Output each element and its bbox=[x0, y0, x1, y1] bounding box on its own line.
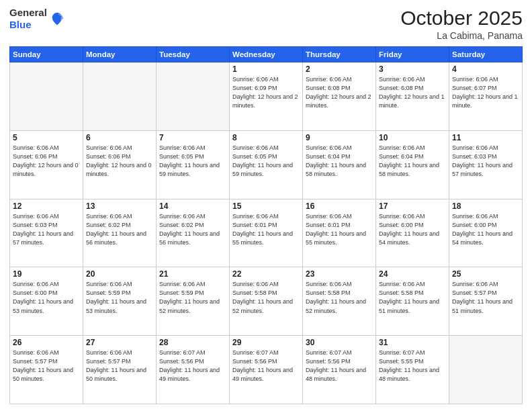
day-info: Sunrise: 6:06 AM Sunset: 6:00 PM Dayligh… bbox=[13, 280, 80, 315]
title-block: October 2025 La Cabima, Panama bbox=[400, 7, 523, 41]
day-number: 8 bbox=[232, 133, 300, 142]
logo-blue: Blue bbox=[9, 19, 32, 30]
day-cell: 1Sunrise: 6:06 AM Sunset: 6:09 PM Daylig… bbox=[230, 62, 303, 131]
logo: General Blue bbox=[9, 7, 64, 31]
day-cell: 22Sunrise: 6:06 AM Sunset: 5:58 PM Dayli… bbox=[230, 267, 303, 336]
day-cell: 28Sunrise: 6:07 AM Sunset: 5:56 PM Dayli… bbox=[157, 336, 230, 404]
weekday-header-row: SundayMondayTuesdayWednesdayThursdayFrid… bbox=[10, 47, 523, 62]
day-cell: 30Sunrise: 6:07 AM Sunset: 5:56 PM Dayli… bbox=[303, 336, 376, 404]
day-info: Sunrise: 6:06 AM Sunset: 6:04 PM Dayligh… bbox=[306, 144, 373, 179]
day-cell bbox=[157, 62, 230, 131]
day-number: 23 bbox=[306, 269, 373, 279]
week-row-0: 1Sunrise: 6:06 AM Sunset: 6:09 PM Daylig… bbox=[10, 62, 523, 131]
day-info: Sunrise: 6:06 AM Sunset: 6:08 PM Dayligh… bbox=[306, 75, 373, 110]
day-number: 14 bbox=[159, 201, 226, 211]
weekday-saturday: Saturday bbox=[449, 47, 523, 62]
day-number: 20 bbox=[86, 269, 153, 279]
day-number: 29 bbox=[232, 338, 300, 347]
day-cell: 9Sunrise: 6:06 AM Sunset: 6:04 PM Daylig… bbox=[303, 130, 376, 199]
day-cell bbox=[83, 62, 157, 131]
week-row-3: 19Sunrise: 6:06 AM Sunset: 6:00 PM Dayli… bbox=[10, 267, 523, 336]
day-info: Sunrise: 6:07 AM Sunset: 5:56 PM Dayligh… bbox=[232, 349, 300, 383]
day-number: 10 bbox=[379, 133, 446, 142]
weekday-wednesday: Wednesday bbox=[230, 47, 303, 62]
day-info: Sunrise: 6:07 AM Sunset: 5:56 PM Dayligh… bbox=[159, 349, 226, 383]
day-info: Sunrise: 6:06 AM Sunset: 6:07 PM Dayligh… bbox=[452, 75, 519, 110]
day-cell: 20Sunrise: 6:06 AM Sunset: 5:59 PM Dayli… bbox=[83, 267, 157, 336]
day-number: 13 bbox=[86, 201, 153, 211]
day-number: 22 bbox=[232, 269, 300, 279]
day-info: Sunrise: 6:06 AM Sunset: 6:08 PM Dayligh… bbox=[379, 75, 446, 110]
day-cell: 2Sunrise: 6:06 AM Sunset: 6:08 PM Daylig… bbox=[303, 62, 376, 131]
day-info: Sunrise: 6:06 AM Sunset: 5:58 PM Dayligh… bbox=[232, 280, 300, 315]
day-info: Sunrise: 6:06 AM Sunset: 5:59 PM Dayligh… bbox=[159, 280, 226, 315]
day-number: 9 bbox=[306, 133, 373, 142]
day-cell: 29Sunrise: 6:07 AM Sunset: 5:56 PM Dayli… bbox=[230, 336, 303, 404]
day-cell: 19Sunrise: 6:06 AM Sunset: 6:00 PM Dayli… bbox=[10, 267, 83, 336]
day-number: 21 bbox=[159, 269, 226, 279]
day-cell: 26Sunrise: 6:06 AM Sunset: 5:57 PM Dayli… bbox=[10, 336, 83, 404]
day-info: Sunrise: 6:06 AM Sunset: 5:59 PM Dayligh… bbox=[86, 280, 153, 315]
day-number: 30 bbox=[306, 338, 373, 347]
day-number: 12 bbox=[13, 201, 80, 211]
logo-text: General Blue bbox=[9, 7, 47, 31]
day-cell: 3Sunrise: 6:06 AM Sunset: 6:08 PM Daylig… bbox=[376, 62, 449, 131]
day-cell: 5Sunrise: 6:06 AM Sunset: 6:06 PM Daylig… bbox=[10, 130, 83, 199]
day-number: 16 bbox=[306, 201, 373, 211]
day-info: Sunrise: 6:06 AM Sunset: 6:00 PM Dayligh… bbox=[379, 212, 446, 247]
day-cell: 16Sunrise: 6:06 AM Sunset: 6:01 PM Dayli… bbox=[303, 199, 376, 267]
day-cell: 7Sunrise: 6:06 AM Sunset: 6:05 PM Daylig… bbox=[157, 130, 230, 199]
day-number: 18 bbox=[452, 201, 519, 211]
month-title: October 2025 bbox=[400, 7, 523, 29]
weekday-thursday: Thursday bbox=[303, 47, 376, 62]
day-info: Sunrise: 6:06 AM Sunset: 6:02 PM Dayligh… bbox=[86, 212, 153, 247]
day-info: Sunrise: 6:06 AM Sunset: 6:04 PM Dayligh… bbox=[379, 144, 446, 179]
day-number: 28 bbox=[159, 338, 226, 347]
weekday-monday: Monday bbox=[83, 47, 157, 62]
location: La Cabima, Panama bbox=[400, 30, 523, 41]
day-number: 3 bbox=[379, 64, 446, 74]
day-cell: 24Sunrise: 6:06 AM Sunset: 5:58 PM Dayli… bbox=[376, 267, 449, 336]
day-number: 5 bbox=[13, 133, 80, 142]
logo-icon bbox=[50, 11, 64, 26]
day-cell: 8Sunrise: 6:06 AM Sunset: 6:05 PM Daylig… bbox=[230, 130, 303, 199]
day-cell: 18Sunrise: 6:06 AM Sunset: 6:00 PM Dayli… bbox=[449, 199, 523, 267]
day-info: Sunrise: 6:06 AM Sunset: 6:05 PM Dayligh… bbox=[159, 144, 226, 179]
day-info: Sunrise: 6:06 AM Sunset: 5:57 PM Dayligh… bbox=[452, 280, 519, 315]
day-info: Sunrise: 6:06 AM Sunset: 5:57 PM Dayligh… bbox=[86, 349, 153, 383]
day-number: 19 bbox=[13, 269, 80, 279]
header: General Blue October 2025 La Cabima, Pan… bbox=[9, 7, 523, 41]
day-info: Sunrise: 6:06 AM Sunset: 5:58 PM Dayligh… bbox=[306, 280, 373, 315]
day-cell bbox=[10, 62, 83, 131]
week-row-1: 5Sunrise: 6:06 AM Sunset: 6:06 PM Daylig… bbox=[10, 130, 523, 199]
week-row-4: 26Sunrise: 6:06 AM Sunset: 5:57 PM Dayli… bbox=[10, 336, 523, 404]
day-cell: 10Sunrise: 6:06 AM Sunset: 6:04 PM Dayli… bbox=[376, 130, 449, 199]
day-number: 7 bbox=[159, 133, 226, 142]
day-number: 25 bbox=[452, 269, 519, 279]
day-cell bbox=[449, 336, 523, 404]
day-cell: 25Sunrise: 6:06 AM Sunset: 5:57 PM Dayli… bbox=[449, 267, 523, 336]
day-info: Sunrise: 6:06 AM Sunset: 6:03 PM Dayligh… bbox=[13, 212, 80, 247]
weekday-friday: Friday bbox=[376, 47, 449, 62]
day-cell: 17Sunrise: 6:06 AM Sunset: 6:00 PM Dayli… bbox=[376, 199, 449, 267]
day-number: 11 bbox=[452, 133, 519, 142]
day-info: Sunrise: 6:06 AM Sunset: 6:01 PM Dayligh… bbox=[232, 212, 300, 247]
weekday-tuesday: Tuesday bbox=[157, 47, 230, 62]
week-row-2: 12Sunrise: 6:06 AM Sunset: 6:03 PM Dayli… bbox=[10, 199, 523, 267]
day-info: Sunrise: 6:06 AM Sunset: 5:57 PM Dayligh… bbox=[13, 349, 80, 383]
day-cell: 12Sunrise: 6:06 AM Sunset: 6:03 PM Dayli… bbox=[10, 199, 83, 267]
day-number: 31 bbox=[379, 338, 446, 347]
day-cell: 6Sunrise: 6:06 AM Sunset: 6:06 PM Daylig… bbox=[83, 130, 157, 199]
day-info: Sunrise: 6:07 AM Sunset: 5:56 PM Dayligh… bbox=[306, 349, 373, 383]
day-number: 15 bbox=[232, 201, 300, 211]
day-info: Sunrise: 6:06 AM Sunset: 6:09 PM Dayligh… bbox=[232, 75, 300, 110]
day-cell: 27Sunrise: 6:06 AM Sunset: 5:57 PM Dayli… bbox=[83, 336, 157, 404]
page: General Blue October 2025 La Cabima, Pan… bbox=[0, 0, 532, 411]
day-number: 4 bbox=[452, 64, 519, 74]
day-cell: 13Sunrise: 6:06 AM Sunset: 6:02 PM Dayli… bbox=[83, 199, 157, 267]
day-number: 17 bbox=[379, 201, 446, 211]
day-cell: 23Sunrise: 6:06 AM Sunset: 5:58 PM Dayli… bbox=[303, 267, 376, 336]
day-info: Sunrise: 6:07 AM Sunset: 5:55 PM Dayligh… bbox=[379, 349, 446, 383]
day-number: 27 bbox=[86, 338, 153, 347]
day-info: Sunrise: 6:06 AM Sunset: 6:06 PM Dayligh… bbox=[86, 144, 153, 179]
